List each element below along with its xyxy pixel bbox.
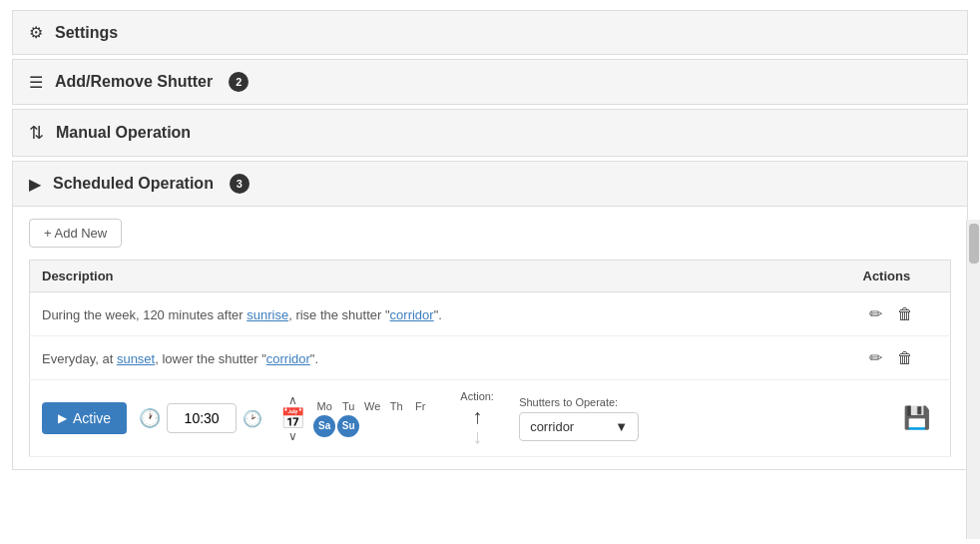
time-icon: 🕑 [243, 409, 262, 428]
arrows-icon: ⇅ [29, 122, 44, 144]
actions-col-header: Actions [851, 261, 951, 292]
add-remove-title: Add/Remove Shutter [55, 73, 213, 91]
clock-icon: 🕐 [139, 407, 161, 429]
row2-link1[interactable]: sunset [117, 351, 155, 366]
day-label-th: Th [385, 400, 407, 412]
accordion-settings: ⚙ Settings [12, 10, 968, 55]
days-chevron-down[interactable]: ∨ [288, 430, 297, 442]
row1-actions: ✏ 🗑 [851, 292, 951, 336]
action-col: Action: ↑ ↓ [447, 390, 507, 446]
row1-link1[interactable]: sunrise [246, 307, 288, 322]
shutters-label: Shutters to Operate: [519, 396, 639, 408]
edit-row-inner: ▶ Active 🕐 🕑 [42, 390, 938, 446]
settings-icon: ⚙ [29, 23, 43, 42]
action-label: Action: [460, 390, 494, 402]
days-chevron-up[interactable]: ∧ [288, 394, 297, 406]
page-wrapper: ⚙ Settings ☰ Add/Remove Shutter 2 ⇅ Manu… [0, 0, 980, 484]
scheduled-badge: 3 [230, 174, 249, 194]
row2-actions: ✏ 🗑 [851, 336, 951, 380]
shutters-value: corridor [530, 419, 574, 434]
accordion-manual: ⇅ Manual Operation [12, 109, 968, 157]
row1-delete-button[interactable]: 🗑 [891, 303, 919, 325]
row2-link2[interactable]: corridor [266, 351, 310, 366]
days-header-row: Mo Tu We Th Fr [313, 400, 431, 412]
list-icon: ☰ [29, 73, 43, 92]
accordion-manual-header[interactable]: ⇅ Manual Operation [13, 110, 967, 156]
active-label: Active [73, 410, 111, 426]
manual-title: Manual Operation [56, 124, 191, 142]
schedule-table: Description Actions During the week, 120… [29, 260, 951, 457]
day-sa[interactable]: Sa [313, 415, 335, 437]
row2-delete-button[interactable]: 🗑 [891, 347, 919, 369]
save-button[interactable]: 💾 [895, 403, 938, 433]
play-icon: ▶ [29, 175, 41, 194]
day-label-mo: Mo [313, 400, 335, 412]
arrow-up-icon[interactable]: ↑ [472, 406, 482, 426]
accordion-add-remove-header[interactable]: ☰ Add/Remove Shutter 2 [13, 60, 967, 104]
shutters-col: Shutters to Operate: corridor ▼ [519, 396, 639, 441]
row1-link2[interactable]: corridor [390, 307, 434, 322]
accordion-scheduled-header[interactable]: ▶ Scheduled Operation 3 [13, 162, 967, 206]
day-su[interactable]: Su [337, 415, 359, 437]
accordion-settings-header[interactable]: ⚙ Settings [13, 11, 967, 54]
shutters-dropdown[interactable]: corridor ▼ [519, 412, 639, 441]
action-arrows: ↑ ↓ [472, 406, 482, 446]
day-label-tu: Tu [337, 400, 359, 412]
scheduled-panel: + Add New Description Actions During the… [13, 206, 967, 469]
scheduled-title: Scheduled Operation [53, 175, 214, 193]
time-input[interactable] [167, 403, 237, 433]
settings-title: Settings [55, 24, 118, 42]
active-button[interactable]: ▶ Active [42, 402, 127, 434]
day-label-we: We [361, 400, 383, 412]
scroll-thumb[interactable] [969, 224, 979, 264]
description-col-header: Description [30, 261, 851, 292]
active-play-icon: ▶ [58, 411, 67, 425]
row2-edit-button[interactable]: ✏ [863, 346, 888, 369]
add-remove-badge: 2 [229, 72, 248, 92]
table-row: Everyday, at sunset, lower the shutter "… [30, 336, 951, 380]
save-icon: 💾 [903, 405, 930, 430]
row1-text: During the week, 120 minutes after sunri… [42, 307, 442, 322]
calendar-icon: 📅 [280, 406, 305, 430]
row1-edit-button[interactable]: ✏ [863, 302, 888, 325]
accordion-scheduled: ▶ Scheduled Operation 3 + Add New Descri… [12, 161, 968, 470]
days-control: ∧ 📅 ∨ Mo Tu We [280, 394, 431, 442]
row2-text: Everyday, at sunset, lower the shutter "… [42, 351, 318, 366]
dropdown-chevron-icon: ▼ [615, 419, 628, 434]
time-control: 🕐 🕑 [139, 403, 262, 433]
days-active-row: Sa Su [313, 415, 431, 437]
accordion-add-remove: ☰ Add/Remove Shutter 2 [12, 59, 968, 105]
edit-row: ▶ Active 🕐 🕑 [30, 380, 951, 457]
add-new-button[interactable]: + Add New [29, 219, 122, 248]
day-label-fr: Fr [409, 400, 431, 412]
table-row: During the week, 120 minutes after sunri… [30, 292, 951, 336]
arrow-down-icon[interactable]: ↓ [472, 426, 482, 446]
scrollbar[interactable] [966, 220, 980, 539]
